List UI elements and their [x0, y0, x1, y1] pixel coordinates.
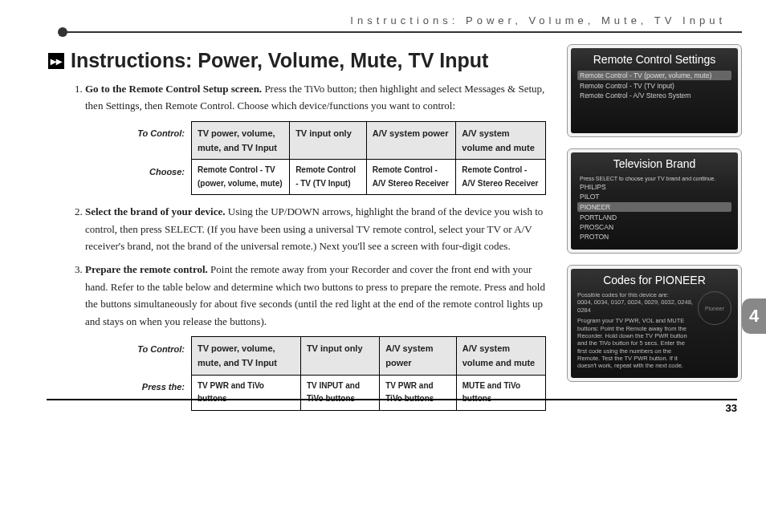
t1-c3: Remote Control - A/V Stereo Receiver [456, 160, 546, 195]
codes-line1: Possible codes for this device are: [577, 291, 693, 298]
page-title: ▸▸ Instructions: Power, Volume, Mute, TV… [48, 49, 546, 72]
step2-bold: Select the brand of your device. [85, 205, 226, 217]
t1-c0: Remote Control - TV (power, volume, mute… [192, 160, 290, 195]
table1-row1-label: To Control: [117, 121, 192, 159]
screen2-hint: Press SELECT to choose your TV brand and… [577, 175, 731, 182]
page-number: 33 [47, 399, 737, 414]
t2-h3: A/V system volume and mute [456, 337, 545, 375]
screenshot-tv-brand: Television Brand Press SELECT to choose … [567, 148, 742, 254]
t1-c1: Remote Control - TV (TV Input) [290, 160, 367, 195]
t1-c2: Remote Control - A/V Stereo Receiver [366, 160, 456, 195]
table1-row2-label: Choose: [117, 160, 192, 195]
screen1-opt2: Remote Control - A/V Stereo System [577, 91, 731, 100]
screen1-title: Remote Control Settings [577, 53, 731, 66]
step-3: Prepare the remote control. Point the re… [85, 261, 546, 410]
step-2: Select the brand of your device. Using t… [85, 203, 546, 254]
t1-h0: TV power, volume, mute, and TV Input [192, 121, 290, 159]
brand-option: PROTON [577, 232, 731, 242]
arrow-icon: ▸▸ [48, 53, 64, 69]
screen3-title: Codes for PIONEER [577, 274, 731, 286]
screen2-title: Television Brand [577, 157, 731, 170]
step1-bold: Go to the Remote Control Setup screen. [85, 83, 262, 95]
screenshot-remote-settings: Remote Control Settings Remote Control -… [567, 44, 742, 137]
heading-text: Instructions: Power, Volume, Mute, TV In… [71, 49, 488, 72]
screen1-opt1: Remote Control - TV (TV Input) [577, 81, 731, 91]
brand-option: PILOT [577, 192, 731, 201]
chapter-tab: 4 [742, 298, 766, 334]
remote-diagram-icon: Pioneer [698, 291, 731, 325]
t2-h2: A/V system power [380, 337, 457, 375]
step3-bold: Prepare the remote control. [85, 263, 208, 275]
running-head: Instructions: Power, Volume, Mute, TV In… [64, 14, 742, 33]
step-1: Go to the Remote Control Setup screen. P… [85, 80, 546, 195]
brand-list: PHILIPSPILOTPIONEERPORTLANDPROSCANPROTON [577, 182, 731, 242]
t2-h1: TV input only [300, 337, 379, 375]
t1-h2: A/V system power [366, 121, 456, 159]
t1-h3: A/V system volume and mute [456, 121, 546, 159]
brand-option: PROSCAN [577, 222, 731, 232]
table-choose: To Control: TV power, volume, mute, and … [117, 121, 546, 195]
side-column: Remote Control Settings Remote Control -… [567, 44, 742, 419]
screenshot-codes: Codes for PIONEER Possible codes for thi… [567, 265, 742, 382]
t2-h0: TV power, volume, mute, and TV Input [192, 337, 301, 375]
t1-h1: TV input only [290, 121, 367, 159]
codes-line2: 0004, 0034, 0107, 0024, 0029, 0032, 0248… [577, 298, 693, 314]
brand-option: PORTLAND [577, 213, 731, 222]
main-column: ▸▸ Instructions: Power, Volume, Mute, TV… [48, 44, 546, 419]
codes-line3: Program your TV PWR, VOL and MUTE button… [577, 317, 693, 370]
brand-option: PIONEER [577, 202, 731, 212]
screen1-sel: Remote Control - TV (power, volume, mute… [577, 71, 731, 80]
table2-row1-label: To Control: [117, 337, 192, 375]
brand-option: PHILIPS [577, 182, 731, 192]
